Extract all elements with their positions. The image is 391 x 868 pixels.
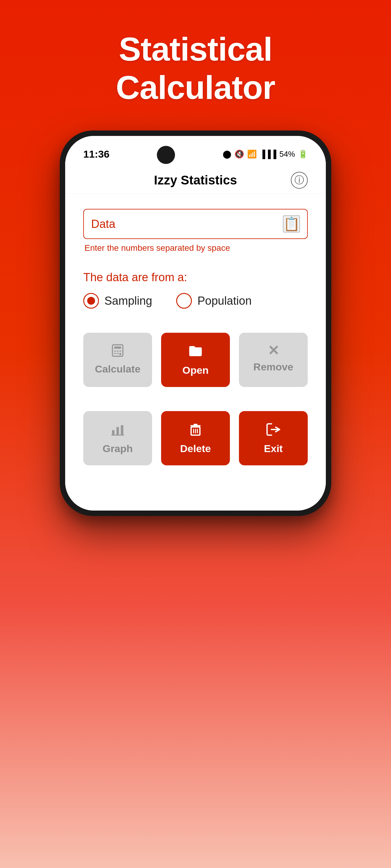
- wifi-icon: 📶: [247, 150, 257, 159]
- app-header: Izzy Statistics ⓘ: [65, 167, 326, 194]
- camera-notch: [157, 146, 175, 164]
- radio-inner-sampling: [87, 297, 95, 305]
- status-time: 11:36: [83, 148, 110, 160]
- page-title: Statistical Calculator: [116, 30, 275, 106]
- clipboard-button[interactable]: 📋: [283, 216, 300, 232]
- radio-label-population: Population: [197, 294, 252, 307]
- mute-icon: 🔇: [234, 150, 244, 159]
- phone-shell: 11:36 ⬤ 🔇 📶 ▐▐▐ 54% 🔋 Izzy Statistics ⓘ …: [60, 130, 331, 516]
- svg-rect-11: [119, 353, 121, 355]
- open-icon: [188, 344, 203, 361]
- radio-population[interactable]: Population: [176, 293, 252, 309]
- graph-icon: [110, 422, 125, 439]
- battery-icon: 🔋: [298, 150, 308, 159]
- page-title-area: Statistical Calculator: [0, 0, 391, 124]
- phone-screen: 11:36 ⬤ 🔇 📶 ▐▐▐ 54% 🔋 Izzy Statistics ⓘ …: [65, 136, 326, 510]
- calculate-icon: [111, 344, 124, 360]
- svg-rect-12: [112, 430, 114, 435]
- data-input-container[interactable]: Data 📋: [83, 209, 308, 239]
- exit-icon: [266, 422, 281, 439]
- remove-label: Remove: [253, 361, 293, 373]
- svg-rect-13: [116, 427, 119, 435]
- svg-rect-6: [114, 350, 116, 352]
- radio-outer-sampling: [83, 293, 99, 309]
- content-area: Data 📋 Enter the numbers separated by sp…: [65, 194, 326, 498]
- data-source-label: The data are from a:: [83, 271, 308, 284]
- svg-rect-5: [114, 347, 121, 349]
- button-row-1: Calculate Open ✕ Remove: [83, 333, 308, 387]
- radio-sampling[interactable]: Sampling: [83, 293, 152, 309]
- info-button[interactable]: ⓘ: [291, 172, 308, 189]
- exit-label: Exit: [264, 443, 283, 455]
- svg-rect-8: [119, 350, 121, 352]
- signal-icon: ▐▐▐: [260, 150, 276, 159]
- svg-rect-14: [121, 425, 123, 435]
- button-row-2: Graph Delete: [83, 411, 308, 465]
- remove-button[interactable]: ✕ Remove: [239, 333, 308, 387]
- open-button[interactable]: Open: [161, 333, 230, 387]
- exit-button[interactable]: Exit: [239, 411, 308, 465]
- radio-label-sampling: Sampling: [104, 294, 152, 307]
- open-label: Open: [183, 364, 209, 376]
- info-icon: ⓘ: [295, 174, 304, 187]
- clipboard-symbol: 📋: [283, 216, 300, 232]
- input-hint: Enter the numbers separated by space: [83, 243, 308, 253]
- bottom-safe-area: [65, 498, 326, 510]
- bluetooth-icon: ⬤: [223, 150, 231, 159]
- delete-icon: [188, 422, 203, 439]
- battery-text: 54%: [279, 150, 295, 159]
- graph-button[interactable]: Graph: [83, 411, 152, 465]
- graph-label: Graph: [103, 443, 133, 455]
- remove-icon: ✕: [268, 344, 279, 358]
- calculate-label: Calculate: [95, 363, 140, 375]
- svg-rect-10: [117, 353, 118, 354]
- app-title: Izzy Statistics: [154, 173, 237, 187]
- radio-group: Sampling Population: [83, 293, 308, 309]
- svg-rect-9: [114, 353, 116, 354]
- radio-outer-population: [176, 293, 192, 309]
- data-input-label: Data: [91, 218, 115, 230]
- svg-rect-7: [117, 350, 118, 352]
- calculate-button[interactable]: Calculate: [83, 333, 152, 387]
- delete-button[interactable]: Delete: [161, 411, 230, 465]
- status-icons: ⬤ 🔇 📶 ▐▐▐ 54% 🔋: [223, 150, 308, 159]
- status-bar: 11:36 ⬤ 🔇 📶 ▐▐▐ 54% 🔋: [65, 136, 326, 167]
- delete-label: Delete: [180, 443, 211, 455]
